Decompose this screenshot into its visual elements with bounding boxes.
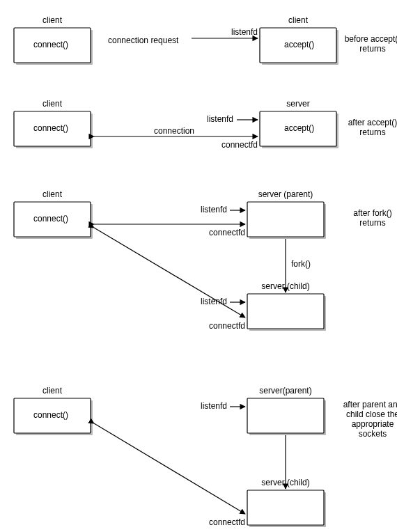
- caption-line2: child close the: [346, 409, 397, 419]
- client-call: connect(): [33, 410, 68, 420]
- edge-label: connection: [154, 126, 194, 136]
- server-parent-box: [247, 398, 324, 433]
- caption-line1: after accept(): [348, 118, 397, 127]
- edge-label: connection request: [108, 36, 179, 45]
- port-child-connectfd: connectfd: [209, 321, 245, 331]
- server-title: server: [286, 99, 309, 109]
- server-parent-title: server (parent): [258, 189, 313, 199]
- port-listenfd: listenfd: [231, 27, 258, 37]
- fork-label: fork(): [291, 259, 311, 269]
- scene-before-accept: client connect() client accept() connect…: [14, 15, 397, 65]
- caption-line4: sockets: [359, 429, 387, 439]
- client-call: connect(): [33, 123, 68, 133]
- port-parent-connectfd: connectfd: [209, 228, 245, 237]
- caption-line1: after fork(): [353, 208, 391, 218]
- caption-line1: after parent and: [343, 400, 397, 409]
- server-call: accept(): [284, 123, 314, 133]
- server-call: accept(): [284, 40, 314, 49]
- server-parent-box: [247, 202, 324, 237]
- caption-line1: before accept(): [345, 34, 397, 44]
- client-call: connect(): [33, 40, 68, 49]
- client-title: client: [42, 99, 63, 109]
- port-child-connectfd: connectfd: [209, 517, 245, 527]
- scene-after-accept: client connect() server accept() listenf…: [14, 99, 397, 150]
- port-parent-listenfd: listenfd: [201, 401, 227, 411]
- client-title: client: [42, 386, 63, 396]
- caption-line2: returns: [359, 127, 385, 137]
- server-child-title: server (child): [261, 478, 309, 487]
- arrow-child-connectfd: [94, 228, 245, 318]
- server-title: client: [288, 15, 309, 25]
- server-child-title: server (child): [261, 281, 309, 291]
- client-title: client: [42, 189, 63, 199]
- arrow-child-connectfd: [94, 423, 245, 514]
- scene-after-close: client connect() server(parent) listenfd…: [14, 386, 397, 527]
- caption-line2: returns: [359, 218, 385, 228]
- client-title: client: [42, 15, 63, 25]
- server-child-box: [247, 490, 324, 525]
- port-parent-listenfd: listenfd: [201, 205, 227, 214]
- caption-line3: appropriate: [352, 419, 394, 429]
- caption-line2: returns: [359, 44, 385, 54]
- scene-after-fork: client connect() server (parent) listenf…: [14, 189, 392, 331]
- server-parent-title: server(parent): [259, 386, 311, 396]
- server-child-box: [247, 294, 324, 329]
- client-call: connect(): [33, 214, 68, 224]
- port-child-listenfd: listenfd: [201, 297, 227, 306]
- port-listenfd: listenfd: [207, 114, 233, 124]
- port-connectfd: connectfd: [221, 140, 258, 150]
